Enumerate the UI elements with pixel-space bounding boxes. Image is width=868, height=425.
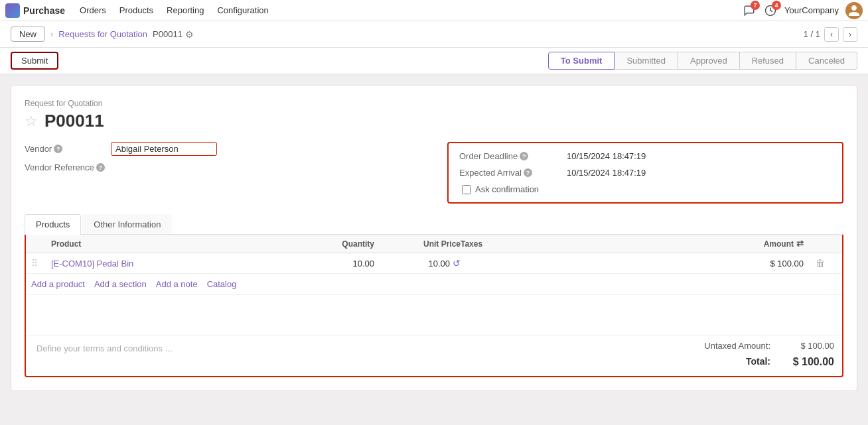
add-note-link[interactable]: Add a note bbox=[156, 279, 198, 289]
expected-arrival-help-icon[interactable]: ? bbox=[524, 168, 532, 177]
untaxed-amount-row: Untaxed Amount: $ 100.00 bbox=[688, 341, 834, 351]
status-canceled[interactable]: Canceled bbox=[796, 52, 857, 70]
add-product-link[interactable]: Add a product bbox=[31, 279, 85, 289]
status-refused[interactable]: Refused bbox=[740, 52, 796, 70]
drag-handle[interactable]: ⠿ bbox=[31, 258, 51, 269]
tab-products[interactable]: Products bbox=[25, 214, 81, 235]
form-right: Order Deadline ? 10/15/2024 18:47:19 Exp… bbox=[434, 142, 843, 204]
untaxed-label: Untaxed Amount: bbox=[704, 341, 770, 351]
products-section: Product Quantity Unit Price Taxes Amount… bbox=[25, 235, 843, 377]
reset-price-icon[interactable]: ↺ bbox=[453, 258, 461, 269]
totals-block: Untaxed Amount: $ 100.00 Total: $ 100.00 bbox=[688, 341, 834, 368]
tabs: Products Other Information bbox=[25, 214, 843, 235]
col-unit-price: Unit Price bbox=[374, 239, 461, 249]
vendor-ref-field-row: Vendor Reference ? bbox=[25, 162, 434, 172]
nav-item-orders[interactable]: Orders bbox=[73, 0, 113, 21]
nav-item-configuration[interactable]: Configuration bbox=[210, 0, 275, 21]
table-row: ⠿ [E-COM10] Pedal Bin 10.00 10.00 ↺ $ 10… bbox=[26, 253, 842, 274]
notification-button[interactable]: 7 bbox=[742, 3, 757, 18]
next-page-button[interactable]: › bbox=[843, 27, 857, 42]
total-row: Total: $ 100.00 bbox=[688, 353, 834, 368]
topnav: Purchase Orders Products Reporting Confi… bbox=[0, 0, 868, 21]
product-name[interactable]: [E-COM10] Pedal Bin bbox=[51, 259, 301, 269]
order-deadline-help-icon[interactable]: ? bbox=[520, 152, 528, 160]
ask-confirmation-checkbox[interactable] bbox=[462, 185, 471, 194]
total-label: Total: bbox=[746, 356, 770, 368]
main-nav: Orders Products Reporting Configuration bbox=[73, 0, 275, 21]
form-card: Request for Quotation ☆ P00011 Vendor ? … bbox=[11, 85, 857, 391]
col-amount: Amount ⇄ bbox=[711, 239, 804, 249]
bottom-row: Define your terms and conditions ... Unt… bbox=[26, 335, 842, 376]
action-bar: Submit To Submit Submitted Approved Refu… bbox=[0, 48, 868, 74]
add-section-link[interactable]: Add a section bbox=[94, 279, 147, 289]
vendor-help-icon[interactable]: ? bbox=[54, 145, 62, 153]
notification-badge: 7 bbox=[751, 1, 760, 10]
form-fields: Vendor ? Abigail Peterson Vendor Referen… bbox=[25, 142, 843, 204]
gear-icon[interactable]: ⚙ bbox=[185, 29, 194, 40]
action-links-row: Add a product Add a section Add a note C… bbox=[26, 274, 842, 295]
tab-other-information[interactable]: Other Information bbox=[82, 214, 172, 234]
order-deadline-value[interactable]: 10/15/2024 18:47:19 bbox=[567, 151, 646, 161]
product-amount: $ 100.00 bbox=[711, 259, 804, 269]
prev-page-button[interactable]: ‹ bbox=[824, 27, 839, 42]
status-pipeline: To Submit Submitted Approved Refused Can… bbox=[548, 52, 857, 70]
reorder-columns-icon[interactable]: ⇄ bbox=[796, 239, 804, 249]
breadcrumb-separator: › bbox=[50, 29, 53, 39]
vendor-ref-help-icon[interactable]: ? bbox=[96, 163, 105, 172]
status-approved[interactable]: Approved bbox=[678, 52, 740, 70]
clock-badge: 4 bbox=[772, 1, 781, 10]
breadcrumb-current: P00011 ⚙ bbox=[153, 29, 194, 40]
breadcrumb-bar: New › Requests for Quotation P00011 ⚙ 1 … bbox=[0, 21, 868, 48]
status-submitted[interactable]: Submitted bbox=[615, 52, 678, 70]
new-button[interactable]: New bbox=[11, 27, 45, 42]
terms-field[interactable]: Define your terms and conditions ... bbox=[34, 341, 688, 367]
favorite-star-icon[interactable]: ☆ bbox=[25, 113, 38, 130]
product-unit-price[interactable]: 10.00 ↺ bbox=[374, 258, 461, 269]
right-box: Order Deadline ? 10/15/2024 18:47:19 Exp… bbox=[447, 142, 843, 204]
vendor-ref-label: Vendor Reference ? bbox=[25, 162, 111, 172]
form-left: Vendor ? Abigail Peterson Vendor Referen… bbox=[25, 142, 434, 204]
vendor-value[interactable]: Abigail Peterson bbox=[111, 142, 217, 156]
form-subtitle: Request for Quotation bbox=[25, 99, 843, 108]
record-id: P00011 bbox=[44, 111, 104, 131]
spacer bbox=[26, 295, 842, 335]
catalog-link[interactable]: Catalog bbox=[207, 279, 237, 289]
page-info: 1 / 1 bbox=[804, 29, 820, 39]
clock-button[interactable]: 4 bbox=[763, 3, 778, 18]
ask-confirmation-label: Ask confirmation bbox=[475, 184, 539, 194]
user-company-label[interactable]: YourCompany bbox=[784, 5, 839, 15]
vendor-label: Vendor ? bbox=[25, 144, 111, 154]
main-content: Request for Quotation ☆ P00011 Vendor ? … bbox=[0, 74, 868, 420]
nav-item-products[interactable]: Products bbox=[113, 0, 160, 21]
col-product: Product bbox=[51, 239, 301, 249]
nav-item-reporting[interactable]: Reporting bbox=[160, 0, 210, 21]
col-taxes: Taxes bbox=[461, 239, 711, 249]
submit-button[interactable]: Submit bbox=[11, 52, 58, 70]
form-title-row: ☆ P00011 bbox=[25, 111, 843, 131]
product-quantity[interactable]: 10.00 bbox=[301, 259, 374, 269]
app-logo-text: Purchase bbox=[23, 5, 65, 16]
expected-arrival-value[interactable]: 10/15/2024 18:47:19 bbox=[567, 168, 646, 178]
col-quantity: Quantity bbox=[301, 239, 374, 249]
status-to-submit[interactable]: To Submit bbox=[548, 52, 615, 70]
expected-arrival-label: Expected Arrival ? bbox=[459, 168, 559, 178]
order-deadline-label: Order Deadline ? bbox=[459, 151, 559, 161]
untaxed-value: $ 100.00 bbox=[781, 341, 834, 351]
expected-arrival-row: Expected Arrival ? 10/15/2024 18:47:19 bbox=[459, 168, 832, 178]
breadcrumb-parent[interactable]: Requests for Quotation bbox=[58, 29, 147, 39]
ask-confirmation-row: Ask confirmation bbox=[462, 184, 832, 194]
order-deadline-row: Order Deadline ? 10/15/2024 18:47:19 bbox=[459, 151, 832, 161]
total-value: $ 100.00 bbox=[781, 356, 834, 368]
topnav-right: 7 4 YourCompany bbox=[742, 2, 863, 19]
table-header: Product Quantity Unit Price Taxes Amount… bbox=[26, 235, 842, 253]
vendor-field-row: Vendor ? Abigail Peterson bbox=[25, 142, 434, 156]
nav-arrows: 1 / 1 ‹ › bbox=[804, 27, 857, 42]
app-logo[interactable]: Purchase bbox=[5, 3, 65, 18]
breadcrumb-current-id: P00011 bbox=[153, 29, 182, 39]
delete-row[interactable]: 🗑 bbox=[804, 258, 837, 269]
user-avatar[interactable] bbox=[845, 2, 863, 19]
